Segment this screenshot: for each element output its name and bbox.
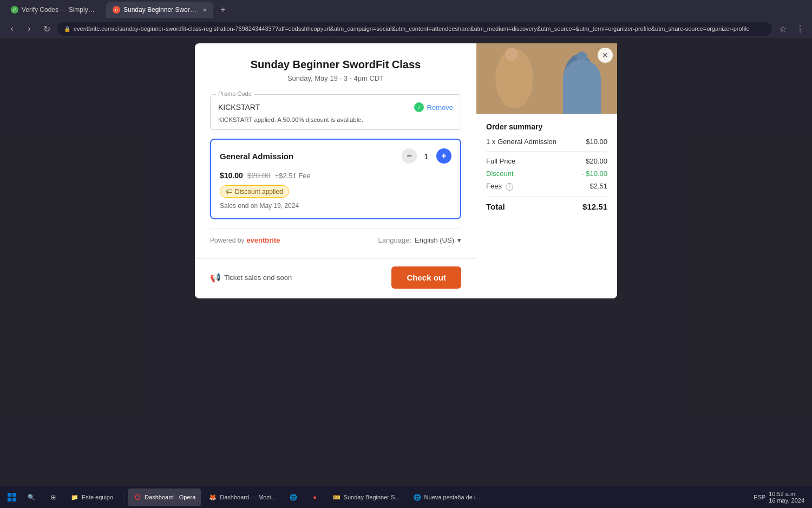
modal-container: Sunday Beginner SwordFit Class Sunday, M…	[195, 43, 617, 298]
taskbar-file-explorer[interactable]: 📁 Este equipo	[65, 489, 119, 506]
opera-icon: O	[133, 493, 142, 502]
tab-1[interactable]: ✓ Verify Codes — SimplyCodes	[4, 2, 104, 18]
tab-2-label: Sunday Beginner SwordFit Cla...	[123, 6, 199, 14]
taskbar-eventbrite[interactable]: 🎫 Sunday Beginner S...	[327, 489, 405, 506]
quantity-increase-button[interactable]: +	[436, 148, 451, 164]
svg-rect-6	[12, 493, 16, 497]
promo-section: Promo Code ✓ Remove KICKSTART applied. A…	[210, 94, 461, 130]
powered-by-label: Powered by	[210, 237, 244, 244]
discount-label: Discount applied	[235, 188, 283, 196]
taskbar-eventbrite-label: Sunday Beginner S...	[344, 494, 400, 500]
taskbar-task-view[interactable]: ⊞	[43, 489, 63, 506]
taskbar: 🔍 ⊞ 📁 Este equipo O Dashboard - Opera 🦊 …	[0, 486, 812, 508]
full-price-value: $20.00	[586, 157, 607, 165]
modal-close-button[interactable]: ✕	[598, 48, 613, 63]
url-bar[interactable]: 🔒 eventbrite.com/e/sunday-beginner-sword…	[57, 22, 772, 36]
start-button[interactable]	[4, 490, 19, 505]
order-summary-title: Order summary	[486, 122, 607, 131]
order-total-divider	[486, 196, 607, 197]
sales-end-text: Sales end on May 19, 2024	[220, 202, 451, 210]
item5-icon: ●	[311, 493, 319, 502]
price-current: $10.00	[220, 171, 243, 180]
remove-promo-button[interactable]: ✓ Remove	[414, 102, 453, 112]
order-item-price: $10.00	[586, 138, 607, 146]
taskbar-newtab[interactable]: 🌐 Nueva pestaña de i...	[408, 489, 486, 506]
remove-label: Remove	[427, 103, 453, 112]
lock-icon: 🔒	[64, 26, 70, 32]
order-fees: Fees i $2.51	[486, 182, 607, 191]
svg-rect-7	[8, 498, 11, 502]
eventbrite-logo: eventbrite	[246, 236, 280, 244]
language-selector[interactable]: Language: English (US) ▾	[378, 236, 461, 244]
taskbar-firefox[interactable]: 🦊 Dashboard — Mozi...	[203, 489, 281, 506]
promo-input-row: ✓ Remove	[218, 102, 453, 112]
order-divider	[486, 151, 607, 152]
modal-title: Sunday Beginner SwordFit Class	[210, 58, 461, 71]
modal-inner: Sunday Beginner SwordFit Class Sunday, M…	[195, 43, 617, 298]
task-view-icon: ⊞	[49, 493, 57, 502]
svg-rect-5	[8, 493, 11, 497]
ticket-box: General Admission − 1 + $10.00 $20.00 +$…	[210, 139, 461, 219]
taskbar-opera-label: Dashboard - Opera	[145, 494, 195, 500]
full-price-label: Full Price	[486, 157, 515, 165]
quantity-decrease-button[interactable]: −	[402, 148, 417, 164]
discount-badge: 🏷 Discount applied	[220, 185, 289, 198]
taskbar-file-label: Este equipo	[82, 494, 113, 500]
ticket-sales-badge: 📢 Ticket sales end soon	[210, 272, 292, 283]
ticket-header: General Admission − 1 +	[220, 148, 451, 164]
checkout-button[interactable]: Check out	[391, 266, 461, 289]
language-label: Language:	[378, 236, 411, 244]
taskbar-newtab-label: Nueva pestaña de i...	[424, 494, 481, 500]
fees-info-icon[interactable]: i	[506, 183, 513, 191]
modal-footer: Powered by eventbrite Language: English …	[195, 228, 476, 258]
sales-end-soon-label: Ticket sales end soon	[224, 273, 292, 282]
powered-by: Powered by eventbrite	[210, 236, 280, 244]
svg-rect-8	[12, 498, 16, 502]
discount-row-value: - $10.00	[581, 170, 607, 178]
back-button[interactable]: ‹	[5, 24, 18, 34]
fee-text: +$2.51 Fee	[275, 172, 311, 180]
promo-success-message: KICKSTART applied. A 50.00% discount is …	[218, 116, 453, 123]
discount-row-label: Discount	[486, 170, 514, 178]
svg-point-4	[577, 51, 587, 62]
taskbar-item5[interactable]: ●	[305, 489, 325, 506]
tab-1-label: Verify Codes — SimplyCodes	[22, 6, 97, 14]
menu-button[interactable]: ⋮	[794, 24, 807, 34]
modal-action-bar: 📢 Ticket sales end soon Check out	[195, 258, 476, 298]
url-text: eventbrite.com/e/sunday-beginner-swordfi…	[74, 25, 750, 32]
quantity-value: 1	[421, 152, 432, 161]
tab-2[interactable]: e Sunday Beginner SwordFit Cla... ✕	[106, 2, 213, 18]
promo-input[interactable]	[218, 103, 409, 112]
order-discount: Discount - $10.00	[486, 170, 607, 178]
chrome-icon: 🌐	[289, 493, 298, 502]
address-bar: ‹ › ↻ 🔒 eventbrite.com/e/sunday-beginner…	[0, 19, 812, 38]
tab-bar: ✓ Verify Codes — SimplyCodes e Sunday Be…	[0, 0, 812, 19]
taskbar-divider-1	[123, 492, 123, 503]
taskbar-opera[interactable]: O Dashboard - Opera	[128, 489, 201, 506]
price-original: $20.00	[247, 171, 271, 180]
svg-point-3	[505, 48, 518, 61]
quantity-control: − 1 +	[402, 148, 451, 164]
fees-label: Fees i	[486, 182, 513, 191]
modal-footer-inner: Powered by eventbrite Language: English …	[210, 228, 461, 252]
modal-subtitle: Sunday, May 19 · 3 - 4pm CDT	[210, 74, 461, 82]
tab-2-close[interactable]: ✕	[202, 7, 207, 13]
search-icon: 🔍	[27, 493, 36, 502]
taskbar-chrome[interactable]: 🌐	[284, 489, 303, 506]
ticket-name: General Admission	[220, 152, 293, 161]
check-icon: ✓	[414, 102, 424, 112]
taskbar-language: ESP	[754, 494, 765, 500]
new-tab-button[interactable]: +	[215, 2, 231, 17]
fees-value: $2.51	[590, 182, 607, 190]
order-line-item: 1 x General Admission $10.00	[486, 138, 607, 146]
order-full-price: Full Price $20.00	[486, 157, 607, 165]
forward-button[interactable]: ›	[23, 24, 36, 34]
taskbar-search[interactable]: 🔍	[22, 489, 41, 506]
discount-icon: 🏷	[226, 187, 233, 196]
taskbar-right: ESP 10:52 a.m. 16 may. 2024	[754, 491, 808, 504]
bookmark-button[interactable]: ☆	[776, 24, 789, 34]
refresh-button[interactable]: ↻	[40, 24, 53, 34]
order-item-label: 1 x General Admission	[486, 138, 556, 146]
modal-body: Sunday Beginner SwordFit Class Sunday, M…	[195, 43, 617, 298]
firefox-icon: 🦊	[208, 493, 217, 502]
